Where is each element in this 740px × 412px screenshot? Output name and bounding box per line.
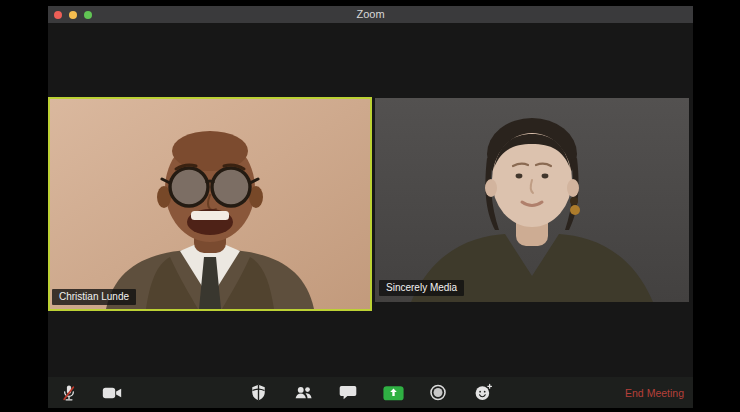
window-title: Zoom (356, 6, 384, 23)
video-tile-christian-lunde[interactable]: Christian Lunde (48, 97, 372, 311)
close-button[interactable] (54, 11, 62, 19)
toolbar-center-group (247, 377, 494, 408)
mute-button[interactable] (58, 381, 80, 405)
traffic-lights (54, 6, 92, 23)
share-screen-button[interactable] (382, 381, 404, 405)
chat-button[interactable] (337, 381, 359, 405)
fullscreen-button[interactable] (84, 11, 92, 19)
end-meeting-button[interactable]: End Meeting (623, 377, 686, 408)
video-button[interactable] (101, 381, 123, 405)
video-camera-icon (101, 382, 123, 404)
participants-icon (292, 382, 314, 404)
chat-bubble-icon (338, 382, 359, 403)
reactions-button[interactable] (472, 381, 494, 405)
participant-name-label: Sincerely Media (379, 280, 464, 296)
zoom-window: Zoom (48, 6, 693, 408)
microphone-muted-icon (59, 382, 79, 404)
participant-video-man (50, 99, 370, 309)
toolbar-left-group (58, 377, 123, 408)
minimize-button[interactable] (69, 11, 77, 19)
shield-icon (248, 382, 268, 404)
record-icon (428, 382, 449, 403)
share-screen-icon (382, 382, 404, 404)
reactions-smiley-icon (473, 382, 494, 403)
titlebar: Zoom (48, 6, 693, 23)
security-button[interactable] (247, 381, 269, 405)
meeting-toolbar: End Meeting (48, 377, 693, 408)
participants-button[interactable] (292, 381, 314, 405)
participant-video-woman (375, 98, 689, 302)
participant-name-label: Christian Lunde (52, 289, 136, 305)
record-button[interactable] (427, 381, 449, 405)
video-tile-sincerely-media[interactable]: Sincerely Media (375, 98, 689, 302)
